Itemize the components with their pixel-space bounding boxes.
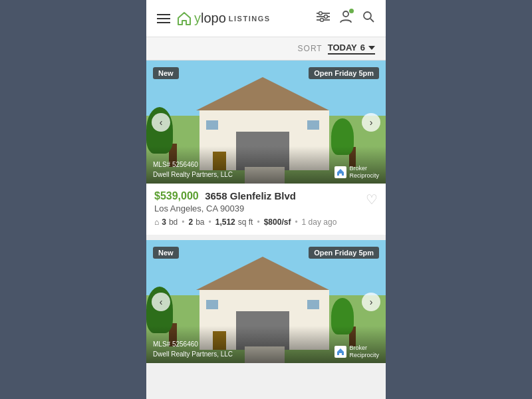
sqft-label: sq ft (238, 217, 253, 227)
listing-address: 3658 Glenfeliz Blvd (205, 190, 296, 201)
beds-value: 3 (162, 217, 166, 227)
listing-price: $539,000 (154, 190, 199, 201)
next-image-button[interactable]: › (362, 293, 380, 311)
listing-card: New Open Friday 5pm ‹ › MLS# 5256460 Dwe… (146, 240, 386, 363)
prev-image-button[interactable]: ‹ (152, 113, 170, 132)
listing-image: New Open Friday 5pm ‹ › MLS# 5256460 Dwe… (146, 240, 386, 363)
svg-point-4 (325, 15, 328, 19)
broker-badge: BrokerReciprocity (334, 165, 379, 180)
agent-name: Dwell Realty Partners, LLC (153, 349, 233, 359)
badge-new: New (153, 67, 179, 79)
broker-badge: BrokerReciprocity (334, 344, 379, 359)
image-footer: MLS# 5256460 Dwell Realty Partners, LLC … (146, 146, 386, 184)
listings-container: New Open Friday 5pm ‹ › MLS# 5256460 Dwe… (146, 61, 386, 399)
user-icon[interactable] (339, 10, 352, 27)
svg-point-7 (364, 12, 371, 19)
chevron-down-icon (368, 46, 375, 50)
window (307, 300, 319, 309)
broker-icon (334, 166, 346, 178)
header: ylopo LISTINGS (146, 0, 386, 37)
image-footer: MLS# 5256460 Dwell Realty Partners, LLC … (146, 326, 386, 363)
logo-text: ylopo (194, 11, 226, 26)
roof (196, 257, 329, 290)
window (206, 300, 218, 309)
window (206, 120, 218, 130)
house-icon: ⌂ (154, 217, 159, 227)
next-image-button[interactable]: › (362, 113, 380, 132)
sort-today-button[interactable]: TODAY 6 (328, 43, 375, 55)
badge-open-house: Open Friday 5pm (309, 247, 379, 259)
sqft-value: 1,512 (215, 217, 235, 227)
mls-number: MLS# 5256460 (153, 339, 233, 349)
logo: ylopo LISTINGS (177, 11, 271, 26)
prev-image-button[interactable]: ‹ (152, 293, 170, 311)
svg-point-5 (321, 19, 324, 22)
time-ago: 1 day ago (302, 217, 337, 227)
broker-icon (334, 346, 346, 358)
listing-image: New Open Friday 5pm ‹ › MLS# 5256460 Dwe… (146, 61, 386, 184)
user-dot (349, 9, 354, 13)
logo-listings-label: LISTINGS (229, 15, 271, 23)
mls-info: MLS# 5256460 Dwell Realty Partners, LLC (153, 160, 233, 180)
listing-details: ⌂ 3 bd • 2 ba • 1,512 sq ft • $800/sf • … (154, 217, 378, 227)
listing-info: $539,000 3658 Glenfeliz Blvd Los Angeles… (146, 184, 386, 235)
roof (196, 77, 329, 110)
search-icon[interactable] (362, 10, 375, 27)
broker-text: BrokerReciprocity (349, 165, 379, 180)
mls-info: MLS# 5256460 Dwell Realty Partners, LLC (153, 339, 233, 359)
price-per-sf: $800/sf (264, 217, 291, 227)
badge-open-house: Open Friday 5pm (309, 67, 379, 79)
sort-count: 6 (360, 43, 365, 53)
filter-icon[interactable] (317, 11, 330, 25)
agent-name: Dwell Realty Partners, LLC (153, 170, 233, 180)
logo-house-icon (177, 11, 192, 26)
header-right (317, 10, 375, 27)
broker-text: BrokerReciprocity (349, 344, 379, 359)
today-label: TODAY (328, 43, 357, 53)
listing-top-row: $539,000 3658 Glenfeliz Blvd Los Angeles… (154, 190, 378, 213)
header-left: ylopo LISTINGS (157, 11, 271, 26)
sort-bar: SORT TODAY 6 (146, 37, 386, 61)
baths-label: ba (196, 217, 204, 227)
svg-point-3 (319, 12, 323, 15)
beds-label: bd (169, 217, 178, 227)
badge-new: New (153, 247, 179, 259)
window (307, 120, 319, 130)
price-address: $539,000 3658 Glenfeliz Blvd Los Angeles… (154, 190, 359, 213)
svg-line-8 (370, 19, 374, 22)
listing-city-state: Los Angeles, CA 90039 (154, 203, 359, 213)
sort-label: SORT (298, 44, 323, 53)
app-container: ylopo LISTINGS (146, 0, 386, 399)
listing-card: New Open Friday 5pm ‹ › MLS# 5256460 Dwe… (146, 61, 386, 235)
hamburger-menu[interactable] (157, 14, 170, 23)
baths-value: 2 (189, 217, 194, 227)
svg-point-6 (343, 11, 348, 17)
favorite-button[interactable]: ♡ (366, 192, 378, 207)
mls-number: MLS# 5256460 (153, 160, 233, 170)
